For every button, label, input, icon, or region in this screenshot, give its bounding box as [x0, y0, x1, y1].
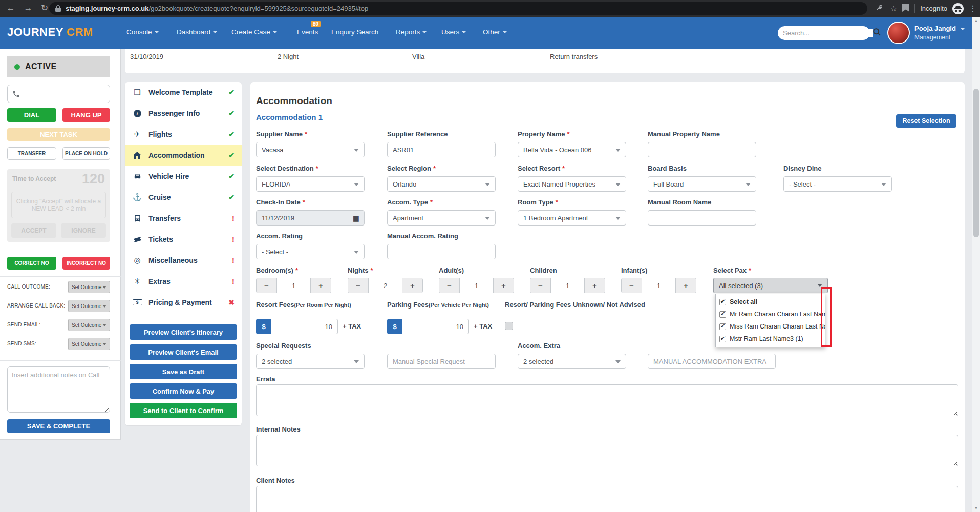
internal-notes-textarea[interactable] [256, 435, 958, 466]
hang-up-button[interactable]: HANG UP [62, 108, 110, 122]
minus-button[interactable]: − [530, 278, 551, 293]
fees-unknown-checkbox[interactable] [505, 322, 513, 330]
back-icon[interactable]: ← [4, 2, 17, 15]
room-type-select[interactable]: 1 Bedroom Apartment [518, 210, 626, 226]
scroll-down-icon[interactable]: ▼ [972, 504, 980, 512]
pax-option-select-all[interactable]: Select all [719, 297, 825, 307]
address-bar[interactable]: staging.journey-crm.co.uk/go2bookquote/c… [49, 2, 867, 15]
nav-reports[interactable]: Reports [396, 28, 427, 36]
plus-button[interactable]: + [675, 278, 696, 293]
select-pax-select[interactable]: All selected (3) [713, 278, 828, 293]
plus-button[interactable]: + [402, 278, 422, 293]
accept-button[interactable]: ACCEPT [11, 223, 56, 238]
nav-create-case[interactable]: Create Case [231, 28, 277, 36]
send-sms-select[interactable]: Set Outcome [68, 338, 110, 350]
ignore-button[interactable]: IGNORE [61, 223, 106, 238]
menu-item-vehicle-hire[interactable]: Vehicle Hire ✔ [125, 166, 242, 187]
scrollbar[interactable]: ▲ ▼ [972, 17, 980, 512]
disney-dine-select[interactable]: - Select - [783, 176, 892, 192]
minus-button[interactable]: − [622, 278, 642, 293]
checkin-date-field[interactable]: 11/12/2019▦ [256, 210, 365, 226]
call-outcome-select[interactable]: Set Outcome [68, 281, 110, 293]
menu-item-transfers[interactable]: Transfers ! [125, 208, 242, 229]
plus-button[interactable]: + [493, 278, 514, 293]
call-notes-textarea[interactable] [7, 366, 110, 413]
manual-accommodation-extra-input[interactable] [653, 358, 770, 365]
avatar[interactable] [887, 22, 910, 44]
manual-special-request-input[interactable] [393, 358, 490, 365]
resort-fees-input[interactable] [271, 319, 338, 334]
minus-button[interactable]: − [348, 278, 369, 293]
scroll-up-icon[interactable]: ▲ [972, 17, 980, 25]
phone-input[interactable] [24, 90, 105, 98]
plus-button[interactable]: + [310, 278, 331, 293]
parking-fees-input[interactable] [402, 319, 469, 334]
nav-users[interactable]: Users [441, 28, 466, 36]
select-region-select[interactable]: Orlando [387, 176, 496, 192]
nav-dashboard[interactable]: Dashboard [177, 28, 217, 36]
supplier-reference-input[interactable] [393, 146, 490, 154]
save-complete-button[interactable]: SAVE & COMPLETE [7, 419, 110, 433]
menu-item-pricing-payment[interactable]: $ Pricing & Payment ✖ [125, 292, 242, 313]
pax-option[interactable]: Miss Ram Charan Charan Last Nam [719, 321, 825, 332]
menu-item-extras[interactable]: ✳ Extras ! [125, 271, 242, 292]
nav-enquiry-search[interactable]: Enquiry Search [331, 28, 378, 36]
menu-item-accommodation[interactable]: Accommodation ✔ [125, 145, 242, 166]
dial-button[interactable]: DIAL [7, 108, 56, 122]
menu-item-passenger-info[interactable]: i Passenger Info ✔ [125, 103, 242, 124]
menu-item-welcome-template[interactable]: ❏ Welcome Template ✔ [125, 82, 242, 103]
accom-type-select[interactable]: Apartment [387, 210, 496, 226]
checkbox-checked-icon[interactable] [719, 336, 726, 342]
nav-console[interactable]: Console [126, 28, 159, 36]
preview-itinerary-button[interactable]: Preview Client's Itinerary [130, 324, 237, 340]
manual-accom-rating-input[interactable] [393, 248, 490, 256]
minus-button[interactable]: − [439, 278, 460, 293]
search-input[interactable] [783, 29, 873, 37]
manual-property-name-input[interactable] [653, 146, 751, 154]
place-on-hold-button[interactable]: PLACE ON HOLD [62, 147, 110, 160]
checkbox-checked-icon[interactable] [719, 311, 726, 318]
search-icon[interactable] [873, 28, 881, 38]
manual-room-name-input[interactable] [653, 214, 751, 222]
preview-email-button[interactable]: Preview Client's Email [130, 344, 237, 360]
browser-menu-icon[interactable]: ⋮ [969, 4, 977, 13]
accom-extra-select[interactable]: 2 selected [518, 354, 626, 369]
pax-option[interactable]: Mr Ram Charan Charan Last Name [719, 309, 825, 319]
accom-rating-select[interactable]: - Select - [256, 244, 365, 259]
reset-selection-button[interactable]: Reset Selection [896, 114, 956, 128]
user-name[interactable]: Pooja Jangid [914, 25, 965, 32]
save-draft-button[interactable]: Save as Draft [130, 364, 237, 379]
menu-item-miscellaneous[interactable]: ◎ Miscellaneous ! [125, 250, 242, 271]
select-destination-select[interactable]: FLORIDA [256, 176, 365, 192]
nav-other[interactable]: Other [483, 28, 507, 36]
client-notes-textarea[interactable] [256, 486, 958, 512]
scrollbar-thumb[interactable] [973, 89, 979, 237]
checkbox-checked-icon[interactable] [719, 323, 726, 330]
minus-button[interactable]: − [257, 278, 277, 293]
transfer-button[interactable]: TRANSFER [7, 147, 56, 160]
arrange-callback-select[interactable]: Set Outcome [68, 300, 110, 312]
brand-logo[interactable]: JOURNEY CRM [7, 26, 93, 39]
board-basis-select[interactable]: Full Board [648, 176, 756, 192]
select-resort-select[interactable]: Exact Named Properties [518, 176, 626, 192]
menu-item-flights[interactable]: ✈ Flights ✔ [125, 124, 242, 145]
send-email-select[interactable]: Set Outcome [68, 319, 110, 331]
forward-icon[interactable]: → [22, 2, 35, 15]
extension-icon[interactable] [902, 4, 909, 14]
star-icon[interactable]: ☆ [890, 4, 897, 13]
special-requests-select[interactable]: 2 selected [256, 354, 365, 369]
supplier-name-select[interactable]: Vacasa [256, 142, 365, 157]
pax-option[interactable]: Mstr Ram Last Name3 (1) [719, 334, 825, 344]
next-task-button[interactable]: NEXT TASK [7, 128, 110, 141]
confirm-now-pay-button[interactable]: Confirm Now & Pay [130, 383, 237, 399]
key-icon[interactable] [877, 4, 885, 14]
property-name-select[interactable]: Bella Vida - Ocean 006 [518, 142, 626, 157]
correct-no-button[interactable]: CORRECT NO [7, 257, 56, 270]
menu-item-tickets[interactable]: Tickets ! [125, 229, 242, 250]
plus-button[interactable]: + [584, 278, 605, 293]
send-to-client-button[interactable]: Send to Client to Confirm [130, 403, 237, 418]
incorrect-no-button[interactable]: INCORRECT NO [62, 257, 110, 270]
nav-events[interactable]: Events [297, 28, 318, 36]
errata-textarea[interactable] [256, 384, 958, 416]
checkbox-checked-icon[interactable] [719, 299, 726, 305]
